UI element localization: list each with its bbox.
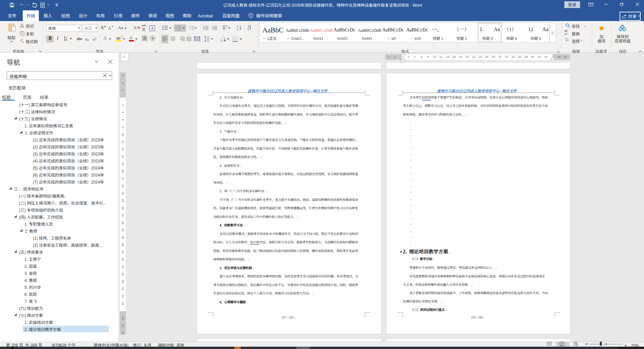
- svg-text:Z: Z: [237, 28, 238, 30]
- svg-text:3: 3: [175, 29, 176, 31]
- svg-text:A: A: [237, 25, 239, 28]
- svg-text:i: i: [190, 29, 191, 31]
